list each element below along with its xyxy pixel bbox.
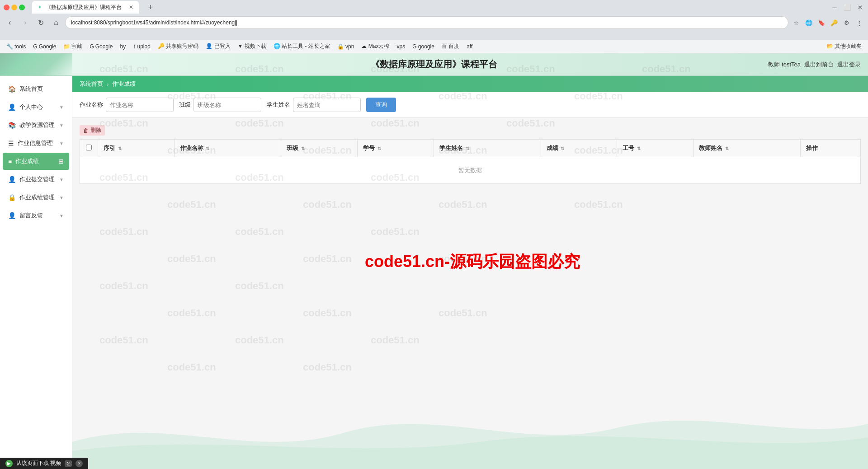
bookmark-baidu[interactable]: 百 百度 xyxy=(439,42,462,51)
search-bar: 作业名称 班级 学生姓名 查询 xyxy=(72,92,868,118)
breadcrumb-home[interactable]: 系统首页 xyxy=(80,80,103,88)
empty-text: 暂无数据 xyxy=(458,167,482,174)
sidebar-item-home[interactable]: 🏠 系统首页 xyxy=(3,80,69,98)
bookmark-treasure[interactable]: 📁宝藏 xyxy=(61,42,85,51)
prev-page-link[interactable]: 退出到前台 xyxy=(804,61,834,69)
delete-button[interactable]: 🗑 删除 xyxy=(80,125,105,136)
chevron-down-icon-3: ▼ xyxy=(59,141,64,146)
extension-icon-3[interactable]: 🔑 xyxy=(829,18,839,28)
extension-icon-2[interactable]: 🔖 xyxy=(816,18,826,28)
bottom-bar-close-button[interactable]: × xyxy=(75,460,83,467)
maximize-btn[interactable] xyxy=(19,5,25,10)
bookmark-webmaster[interactable]: 🌐 站长工具 - 站长之家 xyxy=(271,42,333,51)
bookmark-other[interactable]: 📂 其他收藏夹 xyxy=(824,42,864,51)
more-options-icon[interactable]: ⋮ xyxy=(854,18,864,28)
close-btn[interactable] xyxy=(4,5,9,10)
sidebar-profile-label: 个人中心 xyxy=(19,103,56,111)
sidebar-hwinfo-label: 作业信息管理 xyxy=(18,139,56,147)
class-input[interactable] xyxy=(193,98,261,112)
back-button[interactable]: ‹ xyxy=(4,16,16,29)
tab-close-icon[interactable]: ✕ xyxy=(129,4,133,10)
homework-info-icon: ☰ xyxy=(8,140,14,147)
bookmark-google-2[interactable]: GGoogle xyxy=(87,42,115,51)
bookmark-shared-pw[interactable]: 🔑 共享账号密码 xyxy=(155,42,201,51)
th-name[interactable]: 作业名称 ⇅ xyxy=(174,140,281,157)
main-content: 系统首页 › 作业成绩 作业名称 班级 学生姓名 xyxy=(72,76,868,469)
bookmark-uplod[interactable]: ↑ uplod xyxy=(130,42,153,51)
th-score[interactable]: 成绩 ⇅ xyxy=(541,140,617,157)
student-name-input[interactable] xyxy=(293,98,361,112)
th-class-label: 班级 xyxy=(287,145,298,151)
th-student-name[interactable]: 学生姓名 ⇅ xyxy=(434,140,541,157)
sort-icon-studentid: ⇅ xyxy=(377,146,381,151)
bookmark-aff[interactable]: aff xyxy=(464,42,475,51)
window-maximize-icon[interactable]: ⬜ xyxy=(843,3,852,12)
app-header: 《数据库原理及应用》课程平台 教师 testTea 退出到前台 退出登录 xyxy=(0,53,868,76)
chevron-down-icon-5: ▼ xyxy=(59,195,64,200)
sort-icon-class: ⇅ xyxy=(301,146,305,151)
bookmarks-bar: 🔧tools GGoogle 📁宝藏 GGoogle by ↑ uplod 🔑 … xyxy=(0,40,868,53)
student-name-search: 学生姓名 xyxy=(267,98,361,112)
extension-icon-1[interactable]: 🌐 xyxy=(804,18,814,28)
new-tab-button[interactable]: + xyxy=(144,1,157,14)
th-action-label: 操作 xyxy=(806,145,818,151)
data-table: 序引 ⇅ 作业名称 ⇅ 班级 ⇅ xyxy=(80,139,861,184)
sidebar-item-profile[interactable]: 👤 个人中心 ▼ xyxy=(3,98,69,116)
minimize-btn[interactable] xyxy=(11,5,17,10)
th-class[interactable]: 班级 ⇅ xyxy=(281,140,358,157)
th-studentid-label: 学号 xyxy=(363,145,375,151)
user-label: 教师 testTea xyxy=(768,61,801,69)
bookmark-by[interactable]: by xyxy=(117,42,128,51)
sidebar-message-label: 留言反馈 xyxy=(19,211,56,220)
sort-icon-studentname: ⇅ xyxy=(466,146,469,151)
th-index-label: 序引 xyxy=(104,145,115,151)
window-close-icon[interactable]: ✕ xyxy=(855,3,864,12)
bookmark-google-1[interactable]: GGoogle xyxy=(30,42,59,51)
sidebar-item-homework-score[interactable]: 🔒 作业成绩管理 ▼ xyxy=(3,189,69,206)
teaching-icon: 📚 xyxy=(8,122,16,129)
bookmark-maxcloud[interactable]: ☁ Max云榨 xyxy=(359,42,392,51)
header-user-area: 教师 testTea 退出到前台 退出登录 xyxy=(768,61,861,69)
home-icon: 🏠 xyxy=(8,85,16,93)
chevron-down-icon-4: ▼ xyxy=(59,177,64,182)
th-teacher-name[interactable]: 教师姓名 ⇅ xyxy=(693,140,801,157)
address-bar[interactable]: localhost:8080/springboot1ws45/admin/dis… xyxy=(65,16,788,29)
sort-icon-name: ⇅ xyxy=(206,146,209,151)
download-icon: ▶ xyxy=(5,460,13,467)
th-teacher-id[interactable]: 工号 ⇅ xyxy=(617,140,693,157)
bookmark-tools[interactable]: 🔧tools xyxy=(4,42,28,51)
empty-row: 暂无数据 xyxy=(80,157,861,184)
breadcrumb: 系统首页 › 作业成绩 xyxy=(80,80,136,88)
bookmark-vpn[interactable]: 🔒 vpn xyxy=(335,42,357,51)
th-student-id[interactable]: 学号 ⇅ xyxy=(358,140,434,157)
bookmark-google-3[interactable]: G google xyxy=(410,42,437,51)
homework-submit-icon: 👤 xyxy=(8,176,16,183)
home-nav-button[interactable]: ⌂ xyxy=(50,16,62,29)
assignment-name-input[interactable] xyxy=(106,98,174,112)
sidebar-item-message[interactable]: 👤 留言反馈 ▼ xyxy=(3,207,69,224)
sidebar-item-homework-info[interactable]: ☰ 作业信息管理 ▼ xyxy=(3,135,69,152)
sort-icon-index: ⇅ xyxy=(118,146,122,151)
refresh-button[interactable]: ↻ xyxy=(34,16,47,29)
forward-button[interactable]: › xyxy=(19,16,32,29)
window-minimize-icon[interactable]: ─ xyxy=(830,3,839,12)
bookmark-icon[interactable]: ☆ xyxy=(791,18,801,28)
bookmark-video-dl[interactable]: ▼ 视频下载 xyxy=(235,42,269,51)
bookmark-vps[interactable]: vps xyxy=(394,42,408,51)
select-all-checkbox[interactable] xyxy=(86,145,92,150)
th-index[interactable]: 序引 ⇅ xyxy=(98,140,175,157)
chevron-down-icon-6: ▼ xyxy=(59,213,64,218)
tab-title: 《数据库原理及应用》课程平台 xyxy=(46,4,122,11)
bookmark-loggedin[interactable]: 👤 已登入 xyxy=(203,42,233,51)
sidebar-teaching-label: 教学资源管理 xyxy=(19,121,56,129)
sidebar-item-teaching[interactable]: 📚 教学资源管理 ▼ xyxy=(3,117,69,134)
sort-icon-teacherid: ⇅ xyxy=(637,146,641,151)
search-button[interactable]: 查询 xyxy=(366,98,396,112)
logout-link[interactable]: 退出登录 xyxy=(837,61,861,69)
extension-icon-4[interactable]: ⚙ xyxy=(842,18,852,28)
sidebar-item-homework-grade[interactable]: ≡ 作业成绩 ⊞ xyxy=(3,153,69,170)
sort-icon-teachername: ⇅ xyxy=(725,146,729,151)
chevron-down-icon: ▼ xyxy=(59,105,64,110)
browser-tab[interactable]: ✦ 《数据库原理及应用》课程平台 ✕ xyxy=(32,1,139,14)
sidebar-item-homework-submit[interactable]: 👤 作业提交管理 ▼ xyxy=(3,171,69,188)
